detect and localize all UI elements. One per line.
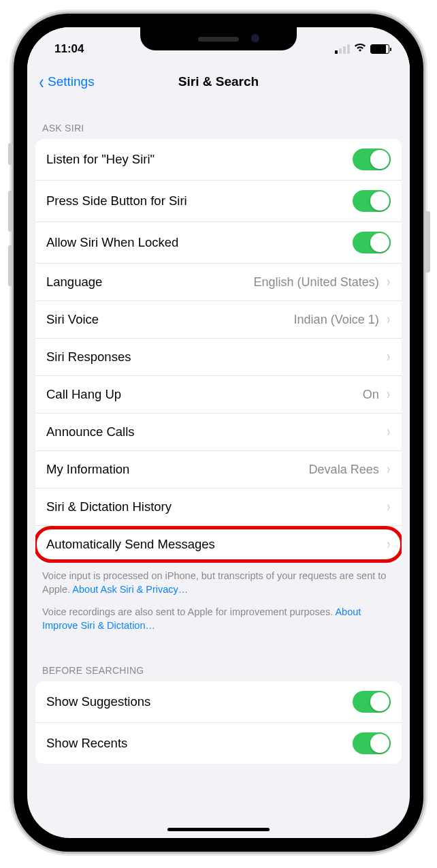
page-title: Siri & Search xyxy=(178,74,259,89)
row-siri-voice[interactable]: Siri Voice Indian (Voice 1) › xyxy=(35,301,402,339)
cell-signal-icon xyxy=(335,44,350,54)
footer-privacy-2: Voice recordings are also sent to Apple … xyxy=(27,599,410,635)
status-time: 11:04 xyxy=(54,42,84,56)
link-ask-siri-privacy[interactable]: About Ask Siri & Privacy… xyxy=(72,584,188,595)
row-label: Show Suggestions xyxy=(46,694,353,709)
chevron-right-icon: › xyxy=(387,423,389,441)
row-label: Announce Calls xyxy=(46,424,382,439)
mute-switch xyxy=(8,143,12,165)
footer-privacy-1: Voice input is processed on iPhone, but … xyxy=(27,563,410,599)
chevron-right-icon: › xyxy=(387,386,389,403)
chevron-right-icon: › xyxy=(387,498,389,516)
front-camera-icon xyxy=(251,34,259,42)
section-header-ask-siri: ASK SIRI xyxy=(27,102,410,139)
toggle-hey-siri[interactable] xyxy=(353,149,391,170)
row-show-suggestions[interactable]: Show Suggestions xyxy=(35,681,402,723)
row-announce-calls[interactable]: Announce Calls › xyxy=(35,414,402,451)
row-label: Show Recents xyxy=(46,736,353,751)
volume-down-button xyxy=(8,245,12,286)
row-call-hang-up[interactable]: Call Hang Up On › xyxy=(35,376,402,414)
screen: 11:04 ‹ Settings Siri & Search ASK xyxy=(27,27,410,838)
settings-scroll[interactable]: ASK SIRI Listen for "Hey Siri" Press Sid… xyxy=(27,102,410,838)
toggle-show-suggestions[interactable] xyxy=(353,691,391,713)
row-hey-siri[interactable]: Listen for "Hey Siri" xyxy=(35,139,402,181)
chevron-right-icon: › xyxy=(387,461,389,478)
chevron-right-icon: › xyxy=(387,348,389,366)
chevron-right-icon: › xyxy=(387,536,389,553)
before-searching-group: Show Suggestions Show Recents xyxy=(35,681,402,764)
ask-siri-group: Listen for "Hey Siri" Press Side Button … xyxy=(35,139,402,563)
row-value: Devala Rees xyxy=(309,463,379,477)
row-value: On xyxy=(363,388,379,402)
chevron-right-icon: › xyxy=(387,273,389,291)
phone-frame: 11:04 ‹ Settings Siri & Search ASK xyxy=(14,14,423,852)
row-auto-send-messages[interactable]: Automatically Send Messages › xyxy=(35,526,402,563)
volume-up-button xyxy=(8,191,12,232)
row-label: Siri Voice xyxy=(46,312,294,327)
row-press-side[interactable]: Press Side Button for Siri xyxy=(35,181,402,222)
side-button xyxy=(425,211,430,273)
row-language[interactable]: Language English (United States) › xyxy=(35,264,402,301)
row-allow-locked[interactable]: Allow Siri When Locked xyxy=(35,222,402,264)
speaker-grille xyxy=(198,37,239,42)
row-siri-responses[interactable]: Siri Responses › xyxy=(35,339,402,376)
row-label: Listen for "Hey Siri" xyxy=(46,152,353,167)
back-label: Settings xyxy=(48,74,95,89)
row-label: Press Side Button for Siri xyxy=(46,193,353,208)
row-label: My Information xyxy=(46,462,309,477)
toggle-allow-locked[interactable] xyxy=(353,232,391,253)
row-value: English (United States) xyxy=(254,275,379,290)
chevron-left-icon: ‹ xyxy=(39,72,44,92)
toggle-show-recents[interactable] xyxy=(353,732,391,754)
section-header-before-searching: BEFORE SEARCHING xyxy=(27,635,410,681)
row-label: Call Hang Up xyxy=(46,387,363,402)
back-button[interactable]: ‹ Settings xyxy=(38,61,95,102)
row-label: Language xyxy=(46,275,254,290)
battery-icon xyxy=(370,44,389,54)
row-value: Indian (Voice 1) xyxy=(294,313,379,327)
toggle-press-side[interactable] xyxy=(353,190,391,212)
row-label: Siri Responses xyxy=(46,350,382,365)
footer-text: Voice recordings are also sent to Apple … xyxy=(42,606,335,617)
row-my-information[interactable]: My Information Devala Rees › xyxy=(35,451,402,489)
row-show-recents[interactable]: Show Recents xyxy=(35,723,402,764)
wifi-icon xyxy=(354,42,366,56)
notch xyxy=(140,27,297,50)
row-label: Siri & Dictation History xyxy=(46,499,382,514)
chevron-right-icon: › xyxy=(387,311,389,328)
home-indicator[interactable] xyxy=(167,828,270,831)
nav-bar: ‹ Settings Siri & Search xyxy=(27,61,410,102)
row-siri-dictation-history[interactable]: Siri & Dictation History › xyxy=(35,489,402,526)
row-label: Allow Siri When Locked xyxy=(46,235,353,250)
row-label: Automatically Send Messages xyxy=(46,537,382,552)
